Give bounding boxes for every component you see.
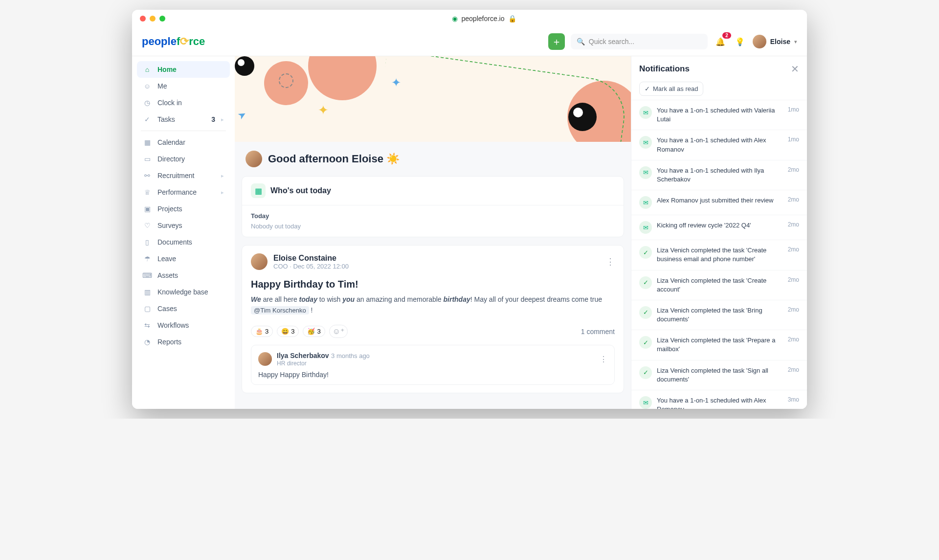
avatar xyxy=(251,253,268,270)
app-body: ⌂ Home ☺ Me ◷ Clock in ✓ Tasks 3 ▸ xyxy=(132,56,807,409)
post-more-icon[interactable]: ⋮ xyxy=(606,256,615,267)
search-icon: 🔍 xyxy=(577,38,585,45)
traffic-lights xyxy=(140,16,165,22)
notification-time: 2mo xyxy=(788,366,799,373)
home-icon: ⌂ xyxy=(143,66,152,73)
lightbulb-icon[interactable]: 💡 xyxy=(733,35,747,48)
bell-icon[interactable]: 🔔2 xyxy=(714,35,727,48)
notification-time: 1mo xyxy=(788,106,799,113)
window-minimize[interactable] xyxy=(150,16,156,22)
notification-text: Liza Venich completed the task 'Prepare … xyxy=(657,336,783,354)
comments-link[interactable]: 1 comment xyxy=(581,328,615,336)
notification-item[interactable]: ✓Liza Venich completed the task 'Sign al… xyxy=(631,360,807,390)
notification-time: 2mo xyxy=(788,276,799,283)
site-favicon-icon: ◉ xyxy=(452,15,458,22)
comment-text: Happy Happy Birthday! xyxy=(258,367,607,379)
mention-chip[interactable]: @Tim Korschenko xyxy=(251,306,309,314)
notification-item[interactable]: ✉You have a 1-on-1 scheduled with Valeri… xyxy=(631,100,807,130)
window-maximize[interactable] xyxy=(159,16,165,22)
sidebar-item-knowledge-base[interactable]: ▥ Knowledge base xyxy=(137,284,230,300)
search-input[interactable]: 🔍 Quick search... xyxy=(571,34,708,49)
reactions-row: 🎂3 😀3 🥳3 ☺⁺ 1 comment xyxy=(242,322,624,345)
notification-item[interactable]: ✉You have a 1-on-1 scheduled with Ilya S… xyxy=(631,160,807,190)
greeting-row: Good afternoon Eloise ☀️ xyxy=(235,142,631,176)
chevron-right-icon: ▸ xyxy=(221,173,224,179)
app-root: peoplef⟳rce ＋ 🔍 Quick search... 🔔2 💡 Elo… xyxy=(132,27,807,409)
notification-text: Liza Venich completed the task 'Create a… xyxy=(657,276,783,294)
message-icon: ▢ xyxy=(143,305,152,313)
chevron-right-icon: ▸ xyxy=(221,116,224,123)
chat-icon: ✉ xyxy=(639,106,652,119)
notification-item[interactable]: ✉Alex Romanov just submitted their revie… xyxy=(631,190,807,215)
reaction-chip[interactable]: 🥳3 xyxy=(303,326,325,337)
sidebar-item-performance[interactable]: ♕ Performance ▸ xyxy=(137,184,230,201)
mark-all-read-button[interactable]: ✓ Mark all as read xyxy=(639,82,703,96)
clock-icon: ◷ xyxy=(143,99,152,107)
notification-item[interactable]: ✓Liza Venich completed the task 'Prepare… xyxy=(631,330,807,359)
sidebar-item-recruitment[interactable]: ⚯ Recruitment ▸ xyxy=(137,167,230,184)
notification-item[interactable]: ✉Kicking off review cycle '2022 Q4'2mo xyxy=(631,215,807,240)
notifications-title: Notifications xyxy=(639,64,791,74)
calendar-icon: ▦ xyxy=(251,183,266,198)
post-header: Eloise Constaine COO · Dec 05, 2022 12:0… xyxy=(242,246,624,274)
notification-time: 2mo xyxy=(788,166,799,173)
sidebar-item-projects[interactable]: ▣ Projects xyxy=(137,201,230,217)
add-reaction-button[interactable]: ☺⁺ xyxy=(329,325,348,338)
tasks-count: 3 xyxy=(211,115,215,123)
user-menu[interactable]: Eloise ▾ xyxy=(753,35,797,48)
logo[interactable]: peoplef⟳rce xyxy=(142,35,205,48)
notifications-panel: Notifications ✕ ✓ Mark all as read ✉You … xyxy=(631,56,807,409)
check-icon: ✓ xyxy=(639,246,652,259)
sidebar-item-surveys[interactable]: ♡ Surveys xyxy=(137,217,230,234)
avatar xyxy=(246,151,262,167)
comment-more-icon[interactable]: ⋮ xyxy=(600,355,607,364)
chat-icon: ✉ xyxy=(639,396,652,409)
sidebar-item-leave[interactable]: ☂ Leave xyxy=(137,250,230,267)
notification-time: 1mo xyxy=(788,136,799,143)
comment-time: 3 months ago xyxy=(331,352,370,359)
calendar-icon: ▦ xyxy=(143,138,152,146)
greeting-text: Good afternoon Eloise ☀️ xyxy=(268,153,400,165)
post-body: We are all here today to wish you an ama… xyxy=(242,292,624,322)
notification-item[interactable]: ✓Liza Venich completed the task 'Create … xyxy=(631,240,807,269)
sidebar-item-calendar[interactable]: ▦ Calendar xyxy=(137,134,230,151)
sidebar-item-documents[interactable]: ▯ Documents xyxy=(137,234,230,250)
chevron-right-icon: ▸ xyxy=(221,189,224,196)
chevron-down-icon: ▾ xyxy=(794,39,797,45)
avatar xyxy=(753,35,766,48)
window-close[interactable] xyxy=(140,16,146,22)
sidebar-item-tasks[interactable]: ✓ Tasks 3 ▸ xyxy=(137,111,230,128)
sidebar-item-home[interactable]: ⌂ Home xyxy=(137,61,230,78)
notification-item[interactable]: ✓Liza Venich completed the task 'Bring d… xyxy=(631,300,807,330)
notification-item[interactable]: ✉You have a 1-on-1 scheduled with Alex R… xyxy=(631,390,807,409)
notification-text: Liza Venich completed the task 'Create b… xyxy=(657,246,783,264)
divider xyxy=(141,131,226,131)
sidebar-item-workflows[interactable]: ⇆ Workflows xyxy=(137,317,230,334)
notification-text: You have a 1-on-1 scheduled with Valerii… xyxy=(657,106,783,124)
flow-icon: ⇆ xyxy=(143,321,152,329)
sidebar-item-directory[interactable]: ▭ Directory xyxy=(137,151,230,167)
trophy-icon: ♕ xyxy=(143,188,152,196)
browser-window: ◉ peopleforce.io 🔒 peoplef⟳rce ＋ 🔍 Quick… xyxy=(132,10,807,409)
check-icon: ✓ xyxy=(639,366,652,379)
comment: Ilya Scherbakov 3 months ago HR director… xyxy=(251,345,615,385)
check-circle-icon: ✓ xyxy=(143,115,152,123)
sidebar-item-me[interactable]: ☺ Me xyxy=(137,78,230,94)
sidebar-item-cases[interactable]: ▢ Cases xyxy=(137,300,230,317)
notification-text: You have a 1-on-1 scheduled with Alex Ro… xyxy=(657,396,783,409)
library-icon: ▥ xyxy=(143,288,152,296)
sidebar-item-clock-in[interactable]: ◷ Clock in xyxy=(137,94,230,111)
post-meta: COO · Dec 05, 2022 12:00 xyxy=(273,263,349,270)
card-title: Who's out today xyxy=(270,186,331,195)
url-bar[interactable]: ◉ peopleforce.io 🔒 xyxy=(169,15,799,22)
comment-author: Ilya Scherbakov xyxy=(277,352,329,359)
reaction-chip[interactable]: 😀3 xyxy=(277,326,299,337)
check-icon: ✓ xyxy=(645,85,650,92)
add-button[interactable]: ＋ xyxy=(548,33,565,50)
close-icon[interactable]: ✕ xyxy=(791,63,799,75)
sidebar-item-assets[interactable]: ⌨ Assets xyxy=(137,267,230,284)
sidebar-item-reports[interactable]: ◔ Reports xyxy=(137,334,230,350)
notification-item[interactable]: ✓Liza Venich completed the task 'Create … xyxy=(631,270,807,300)
notification-item[interactable]: ✉You have a 1-on-1 scheduled with Alex R… xyxy=(631,130,807,159)
reaction-chip[interactable]: 🎂3 xyxy=(251,326,273,337)
